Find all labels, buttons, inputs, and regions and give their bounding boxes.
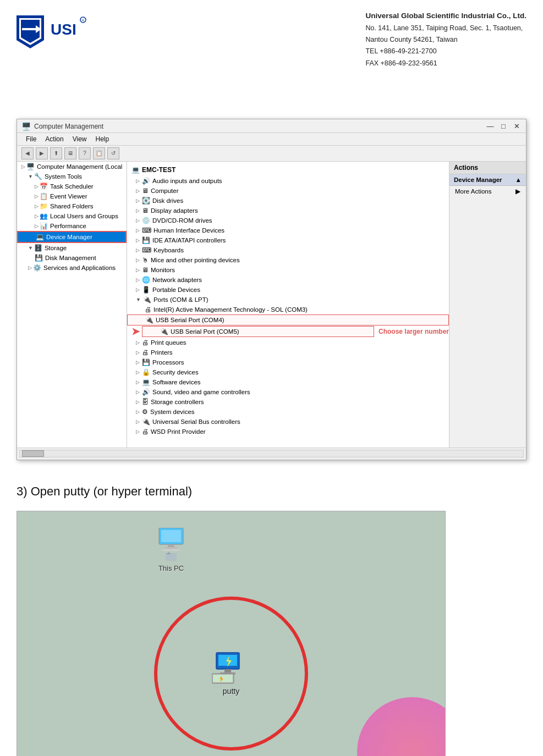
menu-bar: File Action View Help [17,133,526,146]
storage-ctrl-item[interactable]: ▷ 🗄 Storage controllers [127,397,449,407]
tree-local-users[interactable]: ▷ 👥 Local Users and Groups [17,211,127,221]
help-button[interactable]: ? [79,147,91,159]
menu-view[interactable]: View [68,134,91,144]
status-bar [17,448,526,460]
putty-circle: putty [154,597,308,751]
window-body: ▷ 🖥️ Computer Management (Local ▼ 🔧 Syst… [17,162,526,448]
device-header: 💻 EMC-TEST [127,164,449,176]
hid-item[interactable]: ▷ ⌨ Human Interface Devices [127,225,449,235]
device-manager-action-btn[interactable]: Device Manager ▲ [449,174,526,186]
device-manager-action-label: Device Manager [454,176,502,183]
forward-button[interactable]: ▶ [36,147,48,159]
disk-drives-item[interactable]: ▷ 💽 Disk drives [127,196,449,206]
putty-icon-svg [212,652,250,685]
horizontal-scrollbar[interactable] [19,450,524,457]
show-hide-button[interactable]: 🖥 [64,147,76,159]
toolbar: ◀ ▶ ⬆ 🖥 ? 📋 ↺ [17,146,526,162]
properties-button[interactable]: 📋 [93,147,105,159]
usb-com5-item[interactable]: 🔌 USB Serial Port (COM5) [142,326,374,337]
network-item[interactable]: ▷ 🌐 Network adapters [127,275,449,285]
fax: FAX +886-49-232-9561 [365,58,526,69]
tree-root[interactable]: ▷ 🖥️ Computer Management (Local [17,162,127,172]
company-name: Universal Global Scientific Industrial C… [365,10,526,23]
maximize-button[interactable]: □ [498,122,508,131]
tree-task-scheduler[interactable]: ▷ 📅 Task Scheduler [17,181,127,191]
arrow-indicator: ➤ [131,325,140,338]
print-queues-item[interactable]: ▷ 🖨 Print queues [127,338,449,347]
tree-storage[interactable]: ▼ 🗄️ Storage [17,243,127,253]
actions-panel: Actions Device Manager ▲ More Actions ▶ [449,162,526,448]
title-left: 🖥️ Computer Management [21,122,103,131]
tree-device-manager[interactable]: 💻 Device Manager [17,231,127,243]
scrollbar-thumb[interactable] [22,450,44,457]
putty-label: putty [223,687,239,696]
tree-disk-management-label: Disk Management [45,255,96,261]
this-pc-svg [157,528,185,551]
address-line1: No. 141, Lane 351, Taiping Road, Sec. 1,… [365,23,526,34]
tree-shared-folders-label: Shared Folders [50,203,94,209]
tree-event-viewer[interactable]: ▷ 📋 Event Viewer [17,191,127,201]
display-adapters-item[interactable]: ▷ 🖥 Display adapters [127,206,449,216]
svg-rect-10 [161,530,181,542]
portable-item[interactable]: ▷ 📱 Portable Devices [127,285,449,295]
monitors-item[interactable]: ▷ 🖥 Monitors [127,265,449,275]
keyboards-item[interactable]: ▷ ⌨ Keyboards [127,245,449,255]
menu-file[interactable]: File [21,134,41,144]
tree-event-viewer-label: Event Viewer [50,193,87,200]
ports-item[interactable]: ▼ 🔌 Ports (COM & LPT) [127,295,449,305]
minimize-button[interactable]: — [485,122,495,131]
device-header-icon: 💻 [131,166,140,174]
svg-rect-14 [166,553,177,561]
address-line2: Nantou County 54261, Taiwan [365,34,526,46]
software-item[interactable]: ▷ 💻 Software devices [127,377,449,387]
menu-help[interactable]: Help [91,134,114,144]
intel-com3-item[interactable]: 🖨 Intel(R) Active Management Technology … [127,305,449,314]
dvd-item[interactable]: ▷ 💿 DVD/CD-ROM drives [127,216,449,225]
wsd-item[interactable]: ▷ 🖨 WSD Print Provider [127,427,449,437]
tree-system-tools[interactable]: ▼ 🔧 System Tools [17,172,127,181]
security-item[interactable]: ▷ 🔒 Security devices [127,367,449,377]
tree-disk-management[interactable]: 💾 Disk Management [17,253,127,263]
back-button[interactable]: ◀ [21,147,34,159]
this-pc-icon[interactable]: This PC [149,528,193,572]
printers-item[interactable]: ▷ 🖨 Printers [127,347,449,357]
menu-action[interactable]: Action [41,134,68,144]
window-controls[interactable]: — □ ✕ [485,122,522,131]
refresh-button[interactable]: ↺ [107,147,119,159]
device-panel: 💻 EMC-TEST ▷ 🔊 Audio inputs and outputs … [127,162,449,448]
pink-decoration [357,697,446,756]
putty-section: This PC putty [0,505,543,756]
tree-device-manager-label: Device Manager [46,234,92,240]
more-actions-item[interactable]: More Actions ▶ [449,186,526,197]
step3-label: 3) Open putty (or hyper terminal) [0,478,543,505]
up-button[interactable]: ⬆ [50,147,62,159]
svg-rect-12 [164,547,178,549]
computer-item[interactable]: ▷ 🖥 Computer [127,186,449,196]
usb-com5-row: ➤ 🔌 USB Serial Port (COM5) Choose larger… [127,325,449,338]
more-actions-label: More Actions [455,188,491,195]
tree-system-tools-label: System Tools [45,173,82,180]
tree-services[interactable]: ▷ ⚙️ Services and Applications [17,263,127,273]
tel: TEL +886-49-221-2700 [365,46,526,57]
usb-com4-item[interactable]: 🔌 USB Serial Port (COM4) [127,314,449,325]
this-pc-folder-svg [164,551,178,562]
mice-item[interactable]: ▷ 🖱 Mice and other pointing devices [127,255,449,265]
tree-performance[interactable]: ▷ 📊 Performance [17,221,127,231]
sound-item[interactable]: ▷ 🔊 Sound, video and game controllers [127,387,449,397]
close-button[interactable]: ✕ [512,122,522,131]
tree-shared-folders[interactable]: ▷ 📁 Shared Folders [17,201,127,211]
device-header-title: EMC-TEST [142,166,175,174]
tree-root-label: Computer Management (Local [37,163,122,170]
ide-item[interactable]: ▷ 💾 IDE ATA/ATAPI controllers [127,235,449,245]
window-icon: 🖥️ [21,122,31,131]
titlebar: 🖥️ Computer Management — □ ✕ [17,119,526,133]
usb-item[interactable]: ▷ 🔌 Universal Serial Bus controllers [127,417,449,427]
processors-item[interactable]: ▷ 💾 Processors [127,357,449,367]
tree-storage-label: Storage [45,245,67,251]
computer-management-window: 🖥️ Computer Management — □ ✕ File Action… [17,119,526,460]
collapse-icon: ▲ [515,176,522,183]
this-pc-label: This PC [149,564,193,572]
audio-item[interactable]: ▷ 🔊 Audio inputs and outputs [127,176,449,186]
system-devices-item[interactable]: ▷ ⚙ System devices [127,407,449,417]
company-info: Universal Global Scientific Industrial C… [365,10,526,69]
